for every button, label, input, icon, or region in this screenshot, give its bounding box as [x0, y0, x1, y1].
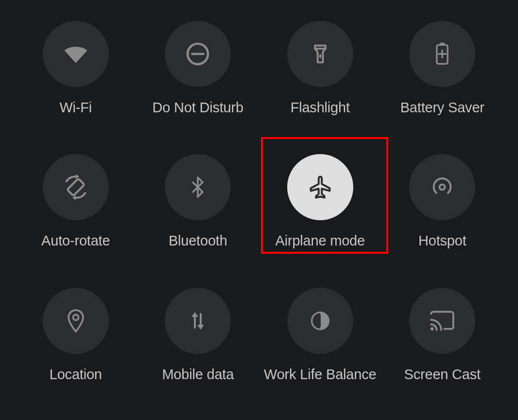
tile-work-life-balance[interactable]: Work Life Balance: [259, 272, 381, 405]
tile-location-label: Location: [50, 367, 102, 383]
tile-screen-cast-label: Screen Cast: [404, 367, 481, 383]
tile-battery-saver-button[interactable]: [406, 18, 478, 90]
tile-bluetooth[interactable]: Bluetooth: [137, 139, 259, 272]
tile-dnd-button[interactable]: [162, 18, 234, 90]
do-not-disturb-icon: [184, 40, 211, 68]
svg-marker-18: [316, 314, 320, 318]
tile-airplane-mode-button[interactable]: [284, 151, 356, 223]
auto-rotate-icon: [62, 173, 90, 201]
tile-location[interactable]: Location: [15, 272, 137, 405]
tile-flashlight-button[interactable]: [284, 18, 356, 90]
tile-wifi[interactable]: Wi-Fi: [15, 5, 137, 139]
tile-dnd-label: Do Not Disturb: [153, 100, 243, 116]
hotspot-icon: [430, 175, 455, 200]
tile-dnd[interactable]: Do Not Disturb: [137, 5, 259, 139]
tile-mobile-data-button[interactable]: [162, 285, 234, 357]
mobile-data-icon: [186, 309, 209, 332]
svg-rect-8: [67, 179, 85, 196]
flashlight-icon: [308, 41, 333, 67]
tile-location-button[interactable]: [40, 285, 112, 357]
tile-auto-rotate-button[interactable]: [40, 151, 112, 223]
airplane-icon: [308, 175, 333, 200]
tile-battery-saver[interactable]: Battery Saver: [381, 5, 504, 139]
tile-bluetooth-button[interactable]: [162, 151, 234, 223]
tile-mobile-data-label: Mobile data: [162, 367, 234, 383]
svg-point-12: [73, 315, 78, 320]
svg-point-11: [440, 185, 445, 190]
tile-wifi-label: Wi-Fi: [59, 100, 92, 116]
svg-point-19: [431, 327, 434, 331]
tile-battery-saver-label: Battery Saver: [400, 100, 484, 116]
svg-marker-9: [76, 175, 79, 179]
tile-hotspot[interactable]: Hotspot: [381, 139, 504, 272]
tile-hotspot-label: Hotspot: [418, 233, 466, 249]
tile-auto-rotate-label: Auto-rotate: [41, 233, 110, 249]
screen-cast-icon: [429, 310, 455, 332]
tile-hotspot-button[interactable]: [406, 151, 478, 223]
tile-flashlight-label: Flashlight: [291, 100, 350, 116]
tile-mobile-data[interactable]: Mobile data: [137, 272, 259, 405]
tile-bluetooth-label: Bluetooth: [169, 233, 227, 249]
tile-auto-rotate[interactable]: Auto-rotate: [15, 139, 137, 272]
quick-settings-grid: Wi-Fi Do Not Disturb: [0, 0, 518, 420]
work-life-balance-icon: [310, 310, 331, 332]
wifi-icon: [62, 40, 89, 68]
tile-wifi-button[interactable]: [40, 18, 112, 90]
tile-work-life-balance-label: Work Life Balance: [264, 367, 376, 383]
location-icon: [64, 308, 87, 333]
tile-airplane-mode[interactable]: Airplane mode: [259, 139, 381, 272]
svg-marker-16: [197, 325, 204, 330]
bluetooth-icon: [186, 175, 209, 199]
battery-saver-icon: [431, 41, 453, 67]
tile-airplane-mode-label: Airplane mode: [276, 233, 365, 249]
tile-screen-cast-button[interactable]: [406, 285, 478, 357]
tile-screen-cast[interactable]: Screen Cast: [381, 272, 504, 405]
tile-flashlight[interactable]: Flashlight: [259, 5, 381, 139]
svg-marker-14: [191, 312, 198, 317]
tile-work-life-balance-button[interactable]: [284, 285, 356, 357]
svg-marker-10: [72, 195, 76, 200]
svg-rect-5: [440, 43, 445, 46]
